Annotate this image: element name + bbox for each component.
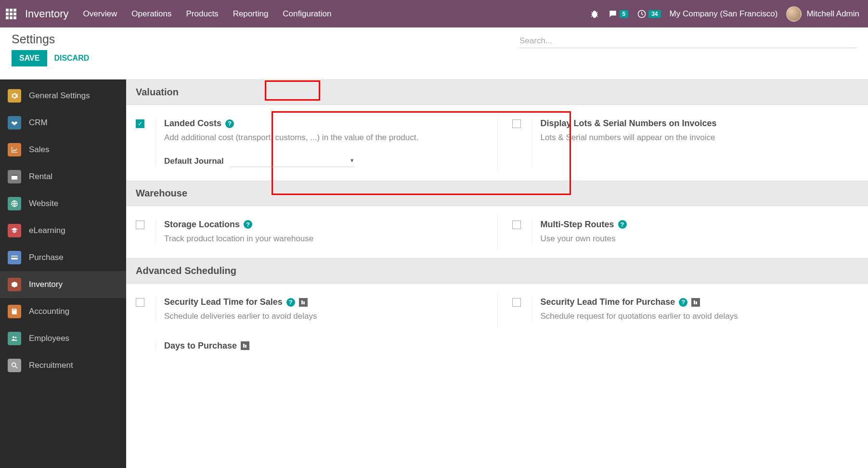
setting-desc: Schedule request for quotations earlier …	[541, 310, 849, 323]
book-icon	[8, 305, 21, 318]
search-box[interactable]	[519, 36, 856, 48]
discard-button[interactable]: DISCARD	[54, 54, 89, 63]
sidebar-item-rental[interactable]: Rental	[0, 163, 126, 190]
box-icon	[8, 278, 21, 291]
setting-title-text: Storage Locations	[164, 220, 240, 230]
svg-rect-10	[303, 301, 305, 304]
activities-icon[interactable]: 34	[637, 9, 661, 19]
user-name: Mitchell Admin	[806, 9, 859, 19]
svg-rect-12	[696, 301, 697, 304]
navbar-right: 5 34 My Company (San Francisco) Mitchell…	[590, 6, 860, 22]
setting-desc: Add additional cost (transport, customs,…	[164, 131, 488, 144]
settings-content: Valuation ✓ Landed Costs ? Add additiona…	[126, 79, 868, 468]
svg-point-6	[13, 336, 14, 338]
settings-sidebar: General Settings CRM Sales Rental Websit…	[0, 79, 126, 468]
svg-rect-2	[12, 174, 17, 176]
user-menu[interactable]: Mitchell Admin	[786, 6, 859, 22]
search-icon	[8, 359, 21, 372]
nav-overview[interactable]: Overview	[83, 9, 117, 19]
setting-title-text: Days to Purchase	[164, 341, 237, 351]
default-journal-label: Default Journal	[164, 156, 224, 166]
checkbox-security-sales[interactable]	[136, 298, 144, 307]
chevron-down-icon: ▼	[350, 157, 355, 163]
setting-display-lots: Display Lots & Serial Numbers on Invoice…	[497, 114, 859, 172]
handshake-icon	[8, 116, 21, 130]
debug-icon[interactable]	[590, 9, 599, 19]
sidebar-item-label: Rental	[29, 172, 52, 182]
help-icon[interactable]: ?	[618, 220, 627, 229]
sidebar-item-label: CRM	[29, 118, 48, 128]
activities-badge: 34	[648, 10, 661, 18]
company-switcher[interactable]: My Company (San Francisco)	[670, 9, 778, 19]
setting-title-text: Security Lead Time for Purchase	[541, 297, 675, 307]
svg-rect-14	[245, 345, 246, 348]
checkbox-landed-costs[interactable]: ✓	[136, 119, 144, 128]
sidebar-item-label: Accounting	[29, 307, 69, 316]
gear-icon	[8, 89, 21, 103]
help-icon[interactable]: ?	[225, 119, 234, 128]
sidebar-item-purchase[interactable]: Purchase	[0, 244, 126, 271]
nav-operations[interactable]: Operations	[131, 9, 171, 19]
sidebar-item-elearning[interactable]: eLearning	[0, 217, 126, 244]
setting-desc: Schedule deliveries earlier to avoid del…	[164, 310, 488, 323]
setting-security-lead-sales: Security Lead Time for Sales ? Schedule …	[136, 292, 497, 327]
nav-reporting[interactable]: Reporting	[233, 9, 269, 19]
checkbox-multistep-routes[interactable]	[512, 221, 521, 229]
nav-configuration[interactable]: Configuration	[283, 9, 331, 19]
sidebar-item-inventory[interactable]: Inventory	[0, 271, 126, 298]
sidebar-item-label: Sales	[29, 145, 50, 155]
globe-icon	[8, 197, 21, 210]
apps-icon[interactable]	[6, 9, 16, 19]
setting-title-text: Security Lead Time for Sales	[164, 297, 283, 307]
help-icon[interactable]: ?	[679, 298, 687, 307]
nav-products[interactable]: Products	[186, 9, 219, 19]
svg-point-7	[15, 337, 16, 338]
avatar	[786, 6, 802, 22]
search-input[interactable]	[519, 36, 856, 46]
svg-point-8	[12, 363, 16, 367]
default-journal-select[interactable]: ▼	[230, 156, 355, 167]
sidebar-item-label: Purchase	[29, 253, 64, 262]
calendar-icon	[8, 170, 21, 183]
svg-rect-9	[301, 300, 303, 304]
control-panel: Settings SAVE DISCARD	[0, 27, 868, 79]
enterprise-icon[interactable]	[299, 298, 308, 307]
sidebar-item-crm[interactable]: CRM	[0, 109, 126, 136]
checkbox-display-lots[interactable]	[512, 119, 521, 128]
setting-title-text: Multi-Step Routes	[541, 220, 614, 230]
save-button[interactable]: SAVE	[12, 50, 47, 66]
sidebar-item-employees[interactable]: Employees	[0, 325, 126, 352]
sidebar-item-accounting[interactable]: Accounting	[0, 298, 126, 325]
enterprise-icon[interactable]	[241, 341, 249, 350]
setting-desc: Track product location in your warehouse	[164, 233, 488, 245]
section-warehouse: Warehouse	[126, 181, 868, 206]
setting-title-text: Display Lots & Serial Numbers on Invoice…	[541, 118, 717, 129]
setting-title-text: Landed Costs	[164, 118, 221, 129]
sidebar-item-label: Recruitment	[29, 361, 73, 370]
sidebar-item-sales[interactable]: Sales	[0, 136, 126, 163]
checkbox-storage-locations[interactable]	[136, 221, 144, 229]
svg-rect-13	[243, 344, 245, 348]
setting-security-lead-purchase: Security Lead Time for Purchase ? Schedu…	[497, 292, 859, 327]
help-icon[interactable]: ?	[286, 298, 295, 307]
nav-menu: Overview Operations Products Reporting C…	[83, 9, 332, 19]
people-icon	[8, 332, 21, 345]
sidebar-item-general[interactable]: General Settings	[0, 82, 126, 109]
sidebar-item-recruitment[interactable]: Recruitment	[0, 352, 126, 379]
setting-desc: Use your own routes	[541, 233, 849, 245]
graduation-icon	[8, 224, 21, 237]
sidebar-item-label: Employees	[29, 334, 69, 343]
sidebar-item-website[interactable]: Website	[0, 190, 126, 217]
sidebar-item-label: eLearning	[29, 226, 65, 235]
help-icon[interactable]: ?	[244, 220, 252, 229]
messages-icon[interactable]: 5	[608, 9, 629, 19]
checkbox-security-purchase[interactable]	[512, 298, 521, 307]
top-navbar: Inventory Overview Operations Products R…	[0, 0, 868, 27]
sidebar-item-label: General Settings	[29, 91, 90, 101]
section-valuation: Valuation	[126, 79, 868, 105]
credit-card-icon	[8, 251, 21, 264]
setting-storage-locations: Storage Locations ? Track product locati…	[136, 215, 497, 250]
enterprise-icon[interactable]	[691, 298, 700, 307]
sidebar-item-label: Inventory	[29, 280, 63, 289]
app-brand[interactable]: Inventory	[25, 8, 69, 20]
